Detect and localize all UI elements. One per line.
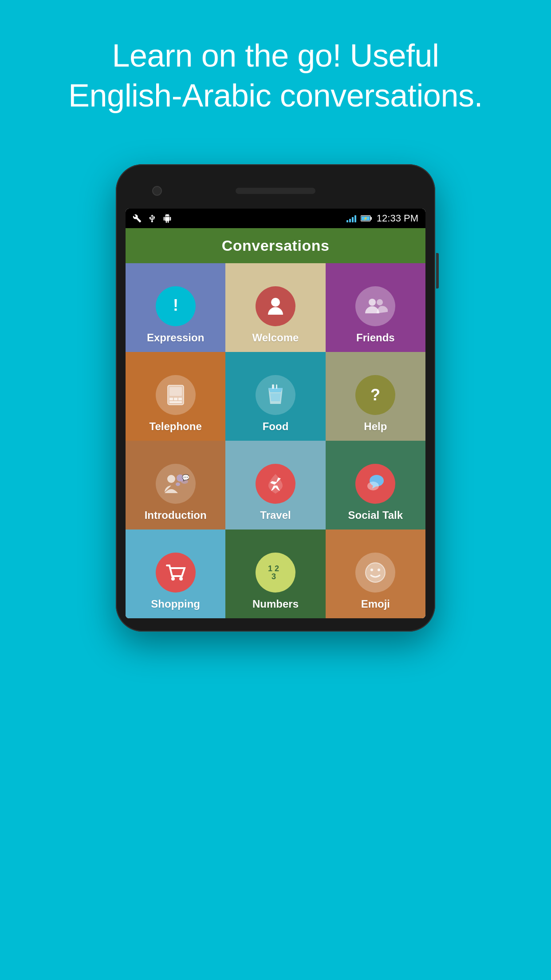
friends-group-icon: [363, 296, 388, 316]
grid-item-help[interactable]: ? Help: [326, 352, 425, 441]
chat-bubble-icon: [363, 472, 387, 496]
svg-point-7: [369, 299, 376, 306]
category-grid: ! Expression Welcome: [126, 263, 425, 618]
svg-point-18: [167, 475, 175, 483]
status-bar: ⚡ 12:33 PM: [126, 209, 425, 228]
app-header: Conversations: [126, 228, 425, 263]
social-talk-label: Social Talk: [348, 509, 403, 522]
grid-item-travel[interactable]: Travel: [225, 441, 325, 530]
numbers-label: Numbers: [252, 598, 299, 610]
expression-label: Expression: [147, 332, 204, 344]
friends-label: Friends: [356, 332, 395, 344]
svg-text:3: 3: [272, 572, 276, 581]
grid-item-social-talk[interactable]: Social Talk: [326, 441, 425, 530]
svg-text:1 2: 1 2: [268, 564, 279, 573]
svg-point-21: [176, 482, 180, 486]
help-label: Help: [364, 420, 387, 433]
smiley-icon: [364, 561, 387, 584]
emoji-icon-circle: [355, 553, 395, 593]
svg-point-27: [179, 577, 183, 581]
grid-item-welcome[interactable]: Welcome: [225, 263, 325, 352]
airplane-icon: [264, 472, 287, 495]
grid-item-expression[interactable]: ! Expression: [126, 263, 225, 352]
svg-point-8: [377, 299, 383, 305]
wrench-icon: [133, 214, 142, 223]
signal-icon: [346, 214, 356, 222]
introduction-icon-circle: 💬: [156, 464, 196, 504]
shopping-label: Shopping: [151, 598, 200, 610]
grid-item-shopping[interactable]: Shopping: [126, 530, 225, 618]
help-icon-circle: ?: [355, 375, 395, 415]
svg-rect-12: [174, 398, 177, 400]
telephone-label: Telephone: [150, 420, 202, 433]
social-talk-icon-circle: [355, 464, 395, 504]
app-title: Conversations: [126, 237, 425, 254]
grid-item-emoji[interactable]: Emoji: [326, 530, 425, 618]
svg-rect-16: [276, 384, 277, 389]
svg-point-26: [171, 577, 175, 581]
grid-item-friends[interactable]: Friends: [326, 263, 425, 352]
svg-text:!: !: [173, 296, 178, 314]
earpiece-speaker: [236, 188, 315, 194]
status-left-icons: [133, 214, 172, 223]
emoji-label: Emoji: [361, 598, 390, 610]
svg-point-30: [366, 563, 385, 582]
status-right: ⚡ 12:33 PM: [346, 213, 418, 224]
travel-icon-circle: [256, 464, 295, 504]
food-icon-circle: [256, 375, 295, 415]
introduction-people-icon: 💬: [162, 473, 189, 495]
battery-icon: ⚡: [361, 215, 372, 222]
telephone-icon: [164, 383, 187, 407]
drink-cup-icon: [265, 383, 286, 407]
volume-button: [436, 253, 439, 288]
question-mark-icon: ?: [364, 384, 386, 406]
svg-text:⚡: ⚡: [363, 216, 368, 221]
svg-point-25: [367, 482, 379, 490]
welcome-label: Welcome: [252, 332, 299, 344]
grid-item-introduction[interactable]: 💬 Introduction: [126, 441, 225, 530]
usb-icon: [148, 214, 157, 223]
numbers-icon-circle: 1 2 3: [256, 553, 295, 593]
exclamation-icon: !: [165, 295, 187, 317]
phone-mockup: ⚡ 12:33 PM Conversations !: [116, 164, 435, 632]
svg-point-32: [378, 569, 380, 571]
android-icon: [163, 214, 172, 223]
svg-text:💬: 💬: [182, 474, 189, 482]
cart-icon: [164, 561, 187, 584]
person-icon: [264, 295, 287, 317]
expression-icon-circle: !: [156, 286, 196, 326]
grid-item-food[interactable]: Food: [225, 352, 325, 441]
friends-icon-circle: [355, 286, 395, 326]
travel-label: Travel: [260, 509, 291, 522]
telephone-icon-circle: [156, 375, 196, 415]
front-camera: [152, 186, 162, 196]
shopping-icon-circle: [156, 553, 196, 593]
svg-rect-14: [169, 401, 182, 403]
clock: 12:33 PM: [377, 213, 418, 224]
numbers-icon: 1 2 3: [264, 561, 287, 585]
svg-rect-11: [169, 398, 173, 400]
phone-screen: ⚡ 12:33 PM Conversations !: [126, 209, 425, 618]
food-label: Food: [263, 420, 289, 433]
svg-text:?: ?: [370, 386, 380, 404]
svg-rect-15: [272, 384, 274, 389]
grid-item-numbers[interactable]: 1 2 3 Numbers: [225, 530, 325, 618]
svg-point-6: [271, 298, 280, 307]
svg-rect-2: [370, 217, 372, 220]
svg-rect-10: [169, 387, 182, 396]
svg-rect-13: [178, 398, 182, 400]
app-headline: Learn on the go! Useful English-Arabic c…: [0, 0, 551, 142]
phone-top-hardware: [126, 178, 425, 204]
grid-item-telephone[interactable]: Telephone: [126, 352, 225, 441]
welcome-icon-circle: [256, 286, 295, 326]
introduction-label: Introduction: [145, 509, 207, 522]
svg-point-31: [370, 569, 373, 571]
